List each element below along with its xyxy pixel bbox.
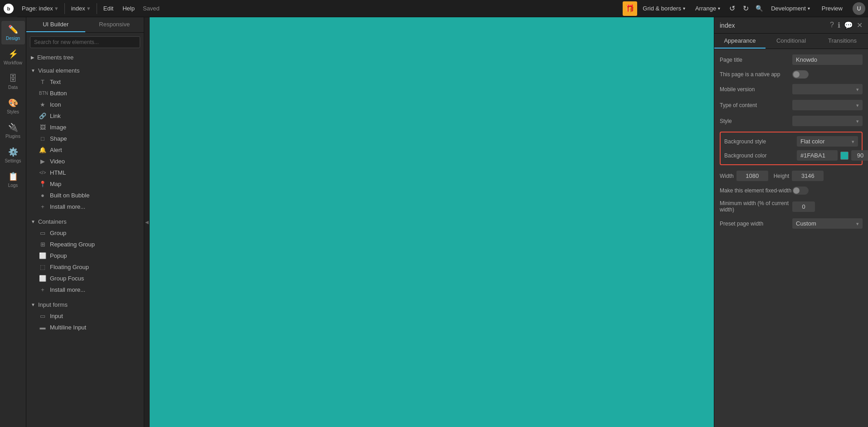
element-repeating-group[interactable]: ⊞ Repeating Group — [26, 239, 144, 250]
settings-icon: ⚙️ — [8, 147, 18, 157]
element-button[interactable]: BTN Button — [26, 88, 144, 99]
type-of-content-select[interactable] — [792, 100, 863, 110]
sidebar-item-data[interactable]: 🗄 Data — [1, 70, 25, 93]
grid-borders-button[interactable]: Grid & borders ▾ — [638, 3, 690, 14]
gift-button[interactable]: 🎁 — [623, 1, 637, 16]
element-group[interactable]: ▭ Group — [26, 227, 144, 239]
index-label: index — [71, 5, 85, 12]
install-more-visual[interactable]: + Install more... — [26, 201, 144, 212]
background-opacity-input[interactable] — [851, 150, 868, 161]
preset-width-select-wrapper: Custom — [792, 218, 863, 229]
arrange-button[interactable]: Arrange ▾ — [691, 3, 725, 14]
tab-conditional[interactable]: Conditional — [766, 34, 817, 49]
collapse-handle[interactable]: ◀ — [144, 17, 150, 427]
video-icon: ▶ — [39, 158, 46, 165]
containers-header[interactable]: ▼ Containers — [26, 216, 144, 227]
repeating-group-icon: ⊞ — [39, 241, 46, 248]
page-title-input[interactable] — [792, 54, 863, 65]
shape-icon: □ — [39, 135, 46, 142]
sidebar-item-workflow[interactable]: ⚡ Workflow — [1, 45, 25, 69]
divider-2 — [97, 3, 97, 14]
element-alert[interactable]: 🔔 Alert — [26, 144, 144, 156]
index-selector[interactable]: index ▾ — [67, 5, 95, 12]
element-icon[interactable]: ★ Icon — [26, 99, 144, 110]
elements-tree-header[interactable]: ▶ Elements tree — [26, 52, 144, 63]
width-input[interactable] — [736, 171, 768, 181]
element-floating-group[interactable]: ⬚ Floating Group — [26, 261, 144, 273]
element-input[interactable]: ▭ Input — [26, 310, 144, 322]
bubble-element-icon: ● — [39, 192, 46, 199]
element-group-focus[interactable]: ⬜ Group Focus — [26, 273, 144, 284]
sidebar-item-plugins[interactable]: 🔌 Plugins — [1, 119, 25, 142]
element-built-on-bubble[interactable]: ● Built on Bubble — [26, 190, 144, 201]
search-input[interactable] — [30, 36, 140, 48]
height-input[interactable] — [792, 171, 824, 181]
close-icon[interactable]: ✕ — [857, 21, 863, 29]
element-html[interactable]: </> HTML — [26, 167, 144, 178]
fixed-width-toggle[interactable] — [792, 187, 809, 195]
input-forms-header[interactable]: ▼ Input forms — [26, 299, 144, 310]
element-shape[interactable]: □ Shape — [26, 133, 144, 144]
divider-1 — [64, 3, 65, 14]
style-select-wrapper — [792, 116, 863, 126]
right-panel-content: Page title This page is a native app Mob… — [714, 49, 868, 427]
element-popup[interactable]: ⬜ Popup — [26, 250, 144, 261]
data-label: Data — [8, 85, 18, 90]
info-icon[interactable]: ℹ — [838, 21, 840, 29]
background-color-hex-input[interactable] — [797, 150, 838, 161]
sidebar-item-settings[interactable]: ⚙️ Settings — [1, 143, 25, 167]
visual-elements-header[interactable]: ▼ Visual elements — [26, 65, 144, 76]
element-map[interactable]: 📍 Map — [26, 178, 144, 190]
style-select[interactable] — [792, 116, 863, 126]
page-title-value — [792, 54, 863, 65]
page-selector[interactable]: Page: index ▾ — [17, 5, 63, 12]
edit-button[interactable]: Edit — [99, 3, 118, 14]
chat-icon[interactable]: 💬 — [844, 21, 853, 29]
background-color-row: Background color — [724, 150, 858, 161]
design-label: Design — [6, 36, 20, 41]
color-swatch[interactable] — [840, 152, 848, 160]
tab-transitions[interactable]: Transitions — [817, 34, 868, 49]
containers-section: ▼ Containers ▭ Group ⊞ Repeating Group ⬜… — [26, 214, 144, 297]
image-icon: 🖼 — [39, 124, 46, 131]
avatar[interactable]: U — [853, 2, 865, 15]
element-multiline-input[interactable]: ▬ Multiline Input — [26, 322, 144, 333]
width-group: Width — [720, 171, 768, 181]
group-icon: ▭ — [39, 230, 46, 236]
search-button[interactable]: 🔍 — [753, 2, 766, 15]
element-text[interactable]: T Text — [26, 76, 144, 88]
plugins-icon: 🔌 — [8, 123, 18, 133]
element-video[interactable]: ▶ Video — [26, 156, 144, 167]
topbar-logo[interactable]: b — [0, 0, 17, 17]
sidebar-item-styles[interactable]: 🎨 Styles — [1, 94, 25, 118]
mobile-version-select[interactable] — [792, 84, 863, 94]
tab-appearance[interactable]: Appearance — [714, 34, 766, 49]
grid-borders-label: Grid & borders — [643, 5, 681, 12]
help-icon[interactable]: ? — [830, 21, 834, 29]
sidebar-item-design[interactable]: ✏️ Design — [1, 21, 25, 44]
right-panel-header: index ? ℹ 💬 ✕ — [714, 17, 868, 34]
tab-ui-builder[interactable]: UI Builder — [26, 17, 85, 32]
redo-button[interactable]: ↻ — [739, 2, 752, 15]
install-more-containers[interactable]: + Install more... — [26, 284, 144, 295]
canvas-area[interactable] — [150, 17, 714, 427]
development-button[interactable]: Development ▾ — [766, 3, 814, 14]
sidebar-item-logs[interactable]: 📋 Logs — [1, 168, 25, 191]
element-image[interactable]: 🖼 Image — [26, 122, 144, 133]
element-link[interactable]: 🔗 Link — [26, 110, 144, 122]
visual-elements-section: ▼ Visual elements T Text BTN Button ★ Ic… — [26, 63, 144, 214]
native-app-toggle[interactable] — [792, 70, 809, 79]
tab-responsive[interactable]: Responsive — [85, 17, 144, 32]
min-width-input[interactable] — [792, 201, 815, 212]
background-color-label: Background color — [724, 152, 797, 159]
background-style-label: Background style — [724, 138, 797, 145]
icon-icon: ★ — [39, 101, 46, 108]
fixed-width-row: Make this element fixed-width — [720, 187, 863, 195]
link-icon: 🔗 — [39, 113, 46, 119]
preset-width-select[interactable]: Custom — [792, 218, 863, 229]
help-button[interactable]: Help — [118, 3, 139, 14]
width-label: Width — [720, 173, 734, 179]
undo-button[interactable]: ↺ — [726, 2, 738, 15]
preview-button[interactable]: Preview — [815, 3, 849, 14]
background-style-select[interactable]: Flat color — [797, 136, 858, 147]
